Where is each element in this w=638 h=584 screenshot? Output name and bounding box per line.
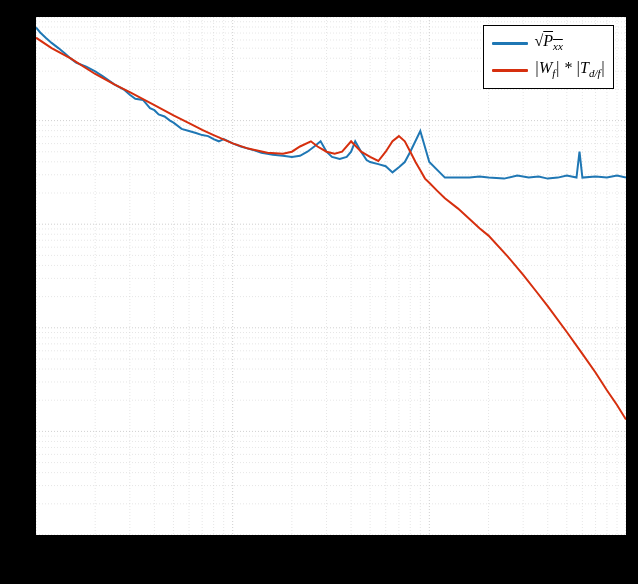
plot-area: √Pxx |Wf| * |Td/f| [34, 15, 628, 537]
grid [36, 17, 626, 535]
legend-item-model: |Wf| * |Td/f| [492, 57, 605, 84]
legend-swatch-pxx [492, 42, 528, 45]
chart-container: √Pxx |Wf| * |Td/f| [0, 0, 638, 584]
legend-label-pxx: √Pxx [534, 30, 562, 57]
legend-swatch-model [492, 69, 528, 72]
legend-label-model: |Wf| * |Td/f| [534, 57, 605, 84]
legend-item-pxx: √Pxx [492, 30, 605, 57]
plot-svg [36, 17, 626, 535]
legend: √Pxx |Wf| * |Td/f| [483, 25, 614, 89]
series-model [36, 38, 626, 420]
